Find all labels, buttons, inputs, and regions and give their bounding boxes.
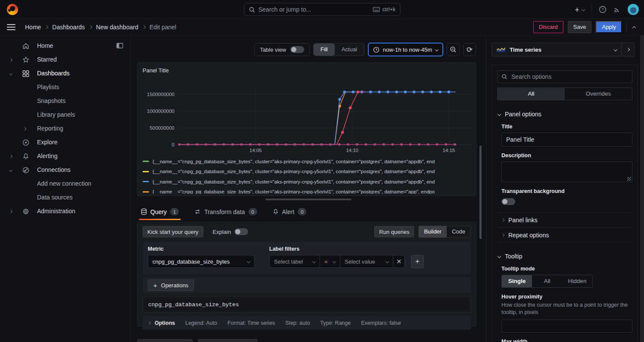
save-button[interactable]: Save: [568, 21, 592, 33]
expand-caret-icon[interactable]: [9, 58, 12, 62]
grafana-logo-icon[interactable]: [7, 4, 18, 15]
sidebar-item-home[interactable]: Home: [0, 39, 130, 53]
legend-item[interactable]: {__name__="cnpg_pg_database_size_bytes",…: [143, 167, 475, 177]
sidebar-item-label: Explore: [37, 139, 57, 146]
panel-links-label: Panel links: [508, 217, 538, 224]
sidebar-item-library-panels[interactable]: Library panels: [0, 108, 130, 122]
time-range-picker[interactable]: now-1h to now-45m: [368, 43, 443, 56]
operator-dropdown[interactable]: =: [320, 255, 340, 268]
select-value-dropdown[interactable]: Select value: [340, 255, 393, 268]
new-menu-button[interactable]: +: [575, 6, 585, 14]
add-operations-button[interactable]: + Operations: [148, 280, 194, 291]
table-view-toggle[interactable]: [290, 46, 304, 53]
tooltip-mode-hidden[interactable]: Hidden: [562, 275, 592, 287]
discard-button[interactable]: Discard: [533, 21, 563, 33]
option-exemplars: Exemplars: false: [361, 320, 401, 326]
code-option[interactable]: Code: [447, 226, 470, 237]
tab-alert[interactable]: Alert 0: [271, 204, 308, 220]
panel-title[interactable]: Panel Title: [143, 67, 169, 74]
open-viz-picker-button[interactable]: [622, 43, 635, 56]
explain-toggle[interactable]: [234, 228, 248, 235]
expand-caret-icon[interactable]: [23, 127, 26, 131]
label-filters-label: Label filters: [269, 246, 424, 252]
tab-overrides[interactable]: Overrides: [565, 88, 632, 100]
run-queries-button[interactable]: Run queries: [374, 226, 414, 237]
chart-legend: {__name__="cnpg_pg_database_size_bytes",…: [143, 156, 475, 194]
sidebar-item-connections[interactable]: Connections: [0, 163, 130, 177]
sidebar-item-snapshots[interactable]: Snapshots: [0, 94, 130, 108]
visualization-picker[interactable]: Time series: [492, 43, 622, 56]
divider: [626, 22, 627, 32]
tab-alert-label: Alert: [282, 208, 295, 215]
sidebar-item-playlists[interactable]: Playlists: [0, 81, 130, 94]
dock-sidebar-icon[interactable]: [116, 43, 123, 49]
news-rss-icon[interactable]: [613, 6, 621, 13]
legend-item[interactable]: {__name__="cnpg_pg_database_size_bytes",…: [143, 156, 475, 167]
sidebar-item-data-sources[interactable]: Data sources: [0, 191, 130, 205]
legend-item[interactable]: {__name__="cnpg_pg_database_size_bytes",…: [143, 177, 475, 187]
tab-transform-data[interactable]: Transform data 0: [193, 204, 258, 220]
query-options-row[interactable]: Options Legend: Auto Format: Time series…: [143, 316, 471, 330]
select-label-dropdown[interactable]: Select label: [269, 255, 320, 268]
title-field-label: Title: [501, 124, 632, 130]
query-preview: cnpg_pg_database_size_bytes: [143, 296, 471, 313]
collapse-caret-icon[interactable]: [9, 72, 12, 75]
add-query-button[interactable]: [137, 339, 193, 342]
tab-query[interactable]: Query 1: [139, 204, 180, 220]
chevron-right-icon: [89, 25, 92, 28]
sidebar-scrollbar[interactable]: [640, 35, 644, 342]
apply-button[interactable]: Apply: [596, 21, 622, 33]
tooltip-mode-all[interactable]: All: [532, 275, 562, 287]
sidebar-item-dashboards[interactable]: Dashboards: [0, 67, 130, 81]
sidebar-item-starred[interactable]: Starred: [0, 53, 130, 67]
refresh-button[interactable]: ⟳: [463, 43, 476, 56]
expand-caret-icon[interactable]: [9, 210, 12, 213]
tooltip-mode-single[interactable]: Single: [502, 275, 532, 287]
pane-resize-handle[interactable]: [265, 199, 352, 200]
panel-preview[interactable]: Panel Title 0500000000100000000015000000…: [137, 62, 476, 196]
resize-handle-icon[interactable]: [627, 177, 631, 181]
description-textarea[interactable]: [501, 162, 632, 182]
editor-actions: Discard Save Apply: [533, 21, 637, 33]
menu-toggle-button[interactable]: [7, 24, 16, 30]
expand-caret-icon[interactable]: [9, 155, 12, 158]
table-view-control: Table view: [254, 43, 310, 56]
scrollbar-thumb[interactable]: [479, 146, 482, 239]
breadcrumb-new-dashboard[interactable]: New dashboard: [96, 24, 138, 31]
fill-option[interactable]: Fill: [314, 44, 335, 56]
collapse-header-button[interactable]: [631, 22, 637, 32]
sidebar-item-add-new-connection[interactable]: Add new connection: [0, 177, 130, 191]
metric-select[interactable]: cnpg_pg_database_size_bytes: [148, 255, 255, 268]
legend-item[interactable]: {__name__="cnpg_pg_database_size_bytes",…: [143, 187, 475, 194]
breadcrumb-dashboards[interactable]: Dashboards: [52, 24, 85, 31]
repeat-options-section[interactable]: Repeat options: [498, 227, 632, 242]
collapse-caret-icon[interactable]: [9, 168, 12, 172]
global-search-input[interactable]: Search or jump to... ctrl+k: [244, 3, 400, 16]
time-series-chart[interactable]: 05000000001000000000150000000014:0514:10…: [137, 63, 477, 155]
breadcrumb-home[interactable]: Home: [25, 24, 41, 31]
add-expression-button[interactable]: [198, 339, 258, 342]
tooltip-header[interactable]: Tooltip: [498, 253, 632, 260]
sidebar-item-explore[interactable]: Explore: [0, 136, 130, 149]
panel-title-input[interactable]: [501, 133, 632, 146]
actual-option[interactable]: Actual: [335, 44, 364, 56]
transparent-background-toggle[interactable]: [501, 198, 515, 205]
svg-text:500000000: 500000000: [149, 125, 174, 131]
panel-options-header[interactable]: Panel options: [498, 111, 632, 118]
sidebar-item-reporting[interactable]: Reporting: [0, 122, 130, 136]
chevron-down-icon: [247, 260, 250, 263]
hover-proximity-input[interactable]: [501, 320, 632, 333]
user-avatar[interactable]: [628, 4, 639, 15]
tab-all[interactable]: All: [498, 88, 565, 100]
panel-links-section[interactable]: Panel links: [498, 213, 632, 227]
help-icon[interactable]: ?: [599, 6, 607, 13]
builder-option[interactable]: Builder: [419, 226, 446, 237]
shortcut-label: ctrl+k: [383, 6, 395, 12]
kick-start-query-button[interactable]: Kick start your query: [143, 226, 203, 237]
zoom-out-button[interactable]: [447, 43, 460, 56]
sidebar-item-alerting[interactable]: Alerting: [0, 149, 130, 163]
remove-filter-button[interactable]: ✕: [393, 255, 405, 268]
search-options-input[interactable]: Search options: [497, 70, 632, 83]
sidebar-item-administration[interactable]: Administration: [0, 205, 130, 218]
add-filter-button[interactable]: +: [411, 255, 424, 268]
